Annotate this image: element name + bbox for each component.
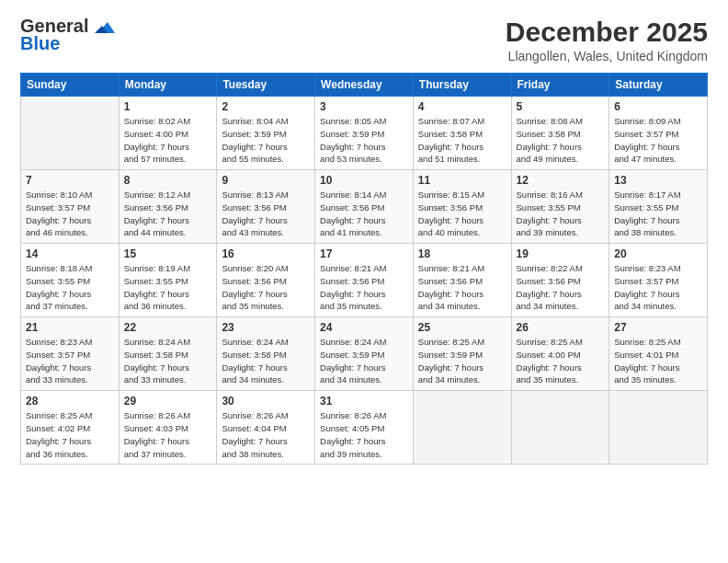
calendar-cell: 6Sunrise: 8:09 AM Sunset: 3:57 PM Daylig… — [609, 97, 708, 170]
weekday-header: Friday — [511, 74, 609, 97]
calendar-cell: 31Sunrise: 8:26 AM Sunset: 4:05 PM Dayli… — [315, 391, 414, 465]
day-number: 3 — [320, 100, 408, 113]
calendar-cell: 16Sunrise: 8:20 AM Sunset: 3:56 PM Dayli… — [217, 244, 315, 317]
calendar-cell: 28Sunrise: 8:25 AM Sunset: 4:02 PM Dayli… — [21, 391, 119, 465]
day-info: Sunrise: 8:24 AM Sunset: 3:58 PM Dayligh… — [222, 336, 310, 386]
calendar-cell: 13Sunrise: 8:17 AM Sunset: 3:55 PM Dayli… — [609, 170, 708, 244]
page: General Blue December 2025 Llangollen, W… — [0, 0, 728, 563]
day-number: 27 — [614, 321, 702, 334]
calendar-cell: 17Sunrise: 8:21 AM Sunset: 3:56 PM Dayli… — [315, 244, 414, 317]
day-info: Sunrise: 8:23 AM Sunset: 3:57 PM Dayligh… — [614, 262, 702, 313]
calendar-cell: 5Sunrise: 8:08 AM Sunset: 3:58 PM Daylig… — [511, 97, 609, 170]
calendar: SundayMondayTuesdayWednesdayThursdayFrid… — [20, 73, 708, 465]
calendar-cell: 2Sunrise: 8:04 AM Sunset: 3:59 PM Daylig… — [217, 97, 315, 170]
calendar-cell — [21, 97, 119, 170]
day-info: Sunrise: 8:04 AM Sunset: 3:59 PM Dayligh… — [222, 115, 310, 166]
calendar-cell — [609, 391, 708, 465]
weekday-header: Saturday — [609, 74, 708, 97]
calendar-week-row: 1Sunrise: 8:02 AM Sunset: 4:00 PM Daylig… — [21, 97, 708, 170]
day-number: 31 — [320, 395, 408, 408]
day-number: 28 — [26, 395, 114, 408]
day-info: Sunrise: 8:08 AM Sunset: 3:58 PM Dayligh… — [517, 115, 605, 166]
day-number: 13 — [614, 174, 702, 187]
day-number: 20 — [614, 247, 702, 260]
calendar-cell: 15Sunrise: 8:19 AM Sunset: 3:55 PM Dayli… — [119, 244, 217, 317]
day-info: Sunrise: 8:02 AM Sunset: 4:00 PM Dayligh… — [124, 115, 212, 166]
day-number: 8 — [124, 174, 212, 187]
day-number: 12 — [517, 174, 605, 187]
day-info: Sunrise: 8:25 AM Sunset: 3:59 PM Dayligh… — [418, 336, 506, 386]
weekday-header: Tuesday — [217, 74, 315, 97]
day-info: Sunrise: 8:09 AM Sunset: 3:57 PM Dayligh… — [614, 115, 702, 166]
calendar-cell: 25Sunrise: 8:25 AM Sunset: 3:59 PM Dayli… — [413, 317, 511, 391]
day-info: Sunrise: 8:05 AM Sunset: 3:59 PM Dayligh… — [320, 115, 408, 166]
calendar-cell: 11Sunrise: 8:15 AM Sunset: 3:56 PM Dayli… — [413, 170, 511, 244]
day-info: Sunrise: 8:17 AM Sunset: 3:55 PM Dayligh… — [614, 189, 702, 239]
day-info: Sunrise: 8:14 AM Sunset: 3:56 PM Dayligh… — [320, 189, 408, 239]
day-info: Sunrise: 8:24 AM Sunset: 3:58 PM Dayligh… — [124, 336, 212, 386]
day-info: Sunrise: 8:21 AM Sunset: 3:56 PM Dayligh… — [418, 262, 506, 313]
day-number: 14 — [26, 247, 114, 260]
calendar-cell: 3Sunrise: 8:05 AM Sunset: 3:59 PM Daylig… — [315, 97, 414, 170]
day-number: 11 — [418, 174, 506, 187]
day-info: Sunrise: 8:21 AM Sunset: 3:56 PM Dayligh… — [320, 262, 408, 313]
day-info: Sunrise: 8:07 AM Sunset: 3:58 PM Dayligh… — [418, 115, 506, 166]
day-info: Sunrise: 8:19 AM Sunset: 3:55 PM Dayligh… — [124, 262, 212, 313]
calendar-week-row: 14Sunrise: 8:18 AM Sunset: 3:55 PM Dayli… — [21, 244, 708, 317]
day-info: Sunrise: 8:13 AM Sunset: 3:56 PM Dayligh… — [222, 189, 310, 239]
calendar-header-row: SundayMondayTuesdayWednesdayThursdayFrid… — [21, 74, 708, 97]
logo: General Blue — [20, 17, 115, 54]
day-number: 22 — [124, 321, 212, 334]
calendar-cell: 29Sunrise: 8:26 AM Sunset: 4:03 PM Dayli… — [119, 391, 217, 465]
day-number: 5 — [517, 100, 605, 113]
weekday-header: Wednesday — [315, 74, 414, 97]
day-info: Sunrise: 8:26 AM Sunset: 4:03 PM Dayligh… — [124, 409, 212, 460]
day-info: Sunrise: 8:10 AM Sunset: 3:57 PM Dayligh… — [26, 189, 114, 239]
calendar-cell: 10Sunrise: 8:14 AM Sunset: 3:56 PM Dayli… — [315, 170, 414, 244]
day-number: 26 — [517, 321, 605, 334]
day-info: Sunrise: 8:18 AM Sunset: 3:55 PM Dayligh… — [26, 262, 114, 313]
day-info: Sunrise: 8:20 AM Sunset: 3:56 PM Dayligh… — [222, 262, 310, 313]
day-number: 15 — [124, 247, 212, 260]
day-info: Sunrise: 8:24 AM Sunset: 3:59 PM Dayligh… — [320, 336, 408, 386]
day-info: Sunrise: 8:25 AM Sunset: 4:01 PM Dayligh… — [614, 336, 702, 386]
weekday-header: Monday — [119, 74, 217, 97]
day-number: 24 — [320, 321, 408, 334]
day-number: 16 — [222, 247, 310, 260]
calendar-cell — [511, 391, 609, 465]
title-block: December 2025 Llangollen, Wales, United … — [506, 17, 708, 63]
calendar-cell: 26Sunrise: 8:25 AM Sunset: 4:00 PM Dayli… — [511, 317, 609, 391]
calendar-cell — [413, 391, 511, 465]
subtitle: Llangollen, Wales, United Kingdom — [506, 49, 708, 63]
day-number: 4 — [418, 100, 506, 113]
day-info: Sunrise: 8:12 AM Sunset: 3:56 PM Dayligh… — [124, 189, 212, 239]
calendar-week-row: 7Sunrise: 8:10 AM Sunset: 3:57 PM Daylig… — [21, 170, 708, 244]
day-info: Sunrise: 8:23 AM Sunset: 3:57 PM Dayligh… — [26, 336, 114, 386]
day-info: Sunrise: 8:26 AM Sunset: 4:04 PM Dayligh… — [222, 409, 310, 460]
calendar-cell: 9Sunrise: 8:13 AM Sunset: 3:56 PM Daylig… — [217, 170, 315, 244]
day-number: 23 — [222, 321, 310, 334]
day-info: Sunrise: 8:25 AM Sunset: 4:00 PM Dayligh… — [517, 336, 605, 386]
day-number: 7 — [26, 174, 114, 187]
main-title: December 2025 — [506, 17, 708, 47]
weekday-header: Thursday — [413, 74, 511, 97]
day-number: 17 — [320, 247, 408, 260]
calendar-week-row: 21Sunrise: 8:23 AM Sunset: 3:57 PM Dayli… — [21, 317, 708, 391]
calendar-cell: 7Sunrise: 8:10 AM Sunset: 3:57 PM Daylig… — [21, 170, 119, 244]
calendar-cell: 4Sunrise: 8:07 AM Sunset: 3:58 PM Daylig… — [413, 97, 511, 170]
day-number: 6 — [614, 100, 702, 113]
calendar-cell: 18Sunrise: 8:21 AM Sunset: 3:56 PM Dayli… — [413, 244, 511, 317]
calendar-cell: 19Sunrise: 8:22 AM Sunset: 3:56 PM Dayli… — [511, 244, 609, 317]
day-number: 21 — [26, 321, 114, 334]
day-number: 9 — [222, 174, 310, 187]
header: General Blue December 2025 Llangollen, W… — [20, 17, 708, 63]
calendar-cell: 8Sunrise: 8:12 AM Sunset: 3:56 PM Daylig… — [119, 170, 217, 244]
day-info: Sunrise: 8:26 AM Sunset: 4:05 PM Dayligh… — [320, 409, 408, 460]
calendar-cell: 22Sunrise: 8:24 AM Sunset: 3:58 PM Dayli… — [119, 317, 217, 391]
day-number: 2 — [222, 100, 310, 113]
calendar-cell: 1Sunrise: 8:02 AM Sunset: 4:00 PM Daylig… — [119, 97, 217, 170]
day-info: Sunrise: 8:25 AM Sunset: 4:02 PM Dayligh… — [26, 409, 114, 460]
calendar-cell: 20Sunrise: 8:23 AM Sunset: 3:57 PM Dayli… — [609, 244, 708, 317]
calendar-cell: 23Sunrise: 8:24 AM Sunset: 3:58 PM Dayli… — [217, 317, 315, 391]
calendar-cell: 14Sunrise: 8:18 AM Sunset: 3:55 PM Dayli… — [21, 244, 119, 317]
